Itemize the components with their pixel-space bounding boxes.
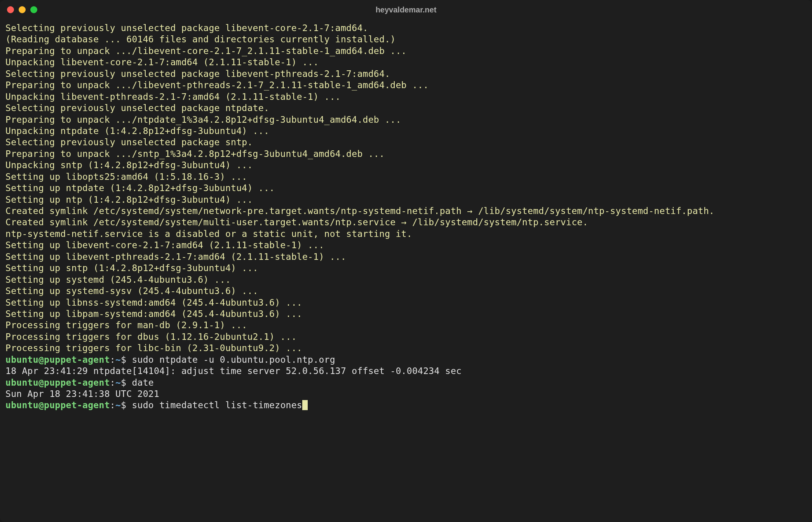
output-line: Preparing to unpack .../libevent-core-2.… [5,46,407,56]
traffic-lights [7,6,37,13]
output-line: Selecting previously unselected package … [5,23,368,33]
output-line: Setting up libpam-systemd:amd64 (245.4-4… [5,309,302,319]
prompt-separator: : [110,400,115,410]
output-line: Setting up ntpdate (1:4.2.8p12+dfsg-3ubu… [5,183,275,193]
command-text: sudo ntpdate -u 0.ubuntu.pool.ntp.org [132,355,335,365]
terminal-window: heyvaldemar.net Selecting previously uns… [0,0,812,522]
prompt-userhost: ubuntu@puppet-agent [5,355,110,365]
prompt-userhost: ubuntu@puppet-agent [5,378,110,388]
output-line: Preparing to unpack .../ntpdate_1%3a4.2.… [5,115,401,125]
output-line: Created symlink /etc/systemd/system/mult… [5,217,588,227]
output-line: Setting up libevent-pthreads-2.1-7:amd64… [5,252,346,262]
prompt-path: ~ [115,378,121,388]
output-line: Setting up ntp (1:4.2.8p12+dfsg-3ubuntu4… [5,195,253,205]
prompt-dollar: $ [121,378,132,388]
output-line: Setting up libnss-systemd:amd64 (245.4-4… [5,298,302,308]
output-line: Selecting previously unselected package … [5,69,390,79]
prompt-userhost: ubuntu@puppet-agent [5,400,110,410]
output-line: Setting up libopts25:amd64 (1:5.18.16-3)… [5,172,247,182]
output-line: Setting up sntp (1:4.2.8p12+dfsg-3ubuntu… [5,263,258,273]
ntpdate-output: 18 Apr 23:41:29 ntpdate[14104]: adjust t… [5,366,462,376]
output-line: Setting up systemd-sysv (245.4-4ubuntu3.… [5,286,258,296]
command-text: sudo timedatectl list-timezones [132,400,302,410]
maximize-icon[interactable] [30,6,37,13]
terminal-body[interactable]: Selecting previously unselected package … [0,19,812,414]
prompt-dollar: $ [121,400,132,410]
output-line: Unpacking libevent-core-2.1-7:amd64 (2.1… [5,57,319,67]
output-line: Selecting previously unselected package … [5,103,269,113]
titlebar: heyvaldemar.net [0,0,812,19]
output-line: ntp-systemd-netif.service is a disabled … [5,229,412,239]
prompt-separator: : [110,355,115,365]
output-line: Processing triggers for dbus (1.12.16-2u… [5,332,297,342]
output-line: Setting up systemd (245.4-4ubuntu3.6) ..… [5,275,231,285]
output-line: Selecting previously unselected package … [5,137,253,147]
output-line: Created symlink /etc/systemd/system/netw… [5,206,714,216]
output-line: Setting up libevent-core-2.1-7:amd64 (2.… [5,240,324,250]
window-title: heyvaldemar.net [376,5,437,14]
minimize-icon[interactable] [19,6,26,13]
cursor-icon [302,400,308,410]
output-line: (Reading database ... 60146 files and di… [5,34,396,44]
prompt-dollar: $ [121,355,132,365]
output-line: Unpacking ntpdate (1:4.2.8p12+dfsg-3ubun… [5,126,269,136]
prompt-separator: : [110,378,115,388]
output-line: Preparing to unpack .../libevent-pthread… [5,80,429,90]
close-icon[interactable] [7,6,14,13]
output-line: Processing triggers for libc-bin (2.31-0… [5,343,302,353]
output-line: Unpacking sntp (1:4.2.8p12+dfsg-3ubuntu4… [5,160,253,170]
date-output: Sun Apr 18 23:41:38 UTC 2021 [5,389,159,399]
output-line: Processing triggers for man-db (2.9.1-1)… [5,320,247,330]
command-text: date [132,378,154,388]
terminal-output: Selecting previously unselected package … [5,23,714,353]
prompt-path: ~ [115,355,121,365]
prompt-path: ~ [115,400,121,410]
output-line: Unpacking libevent-pthreads-2.1-7:amd64 … [5,92,341,102]
output-line: Preparing to unpack .../sntp_1%3a4.2.8p1… [5,149,385,159]
